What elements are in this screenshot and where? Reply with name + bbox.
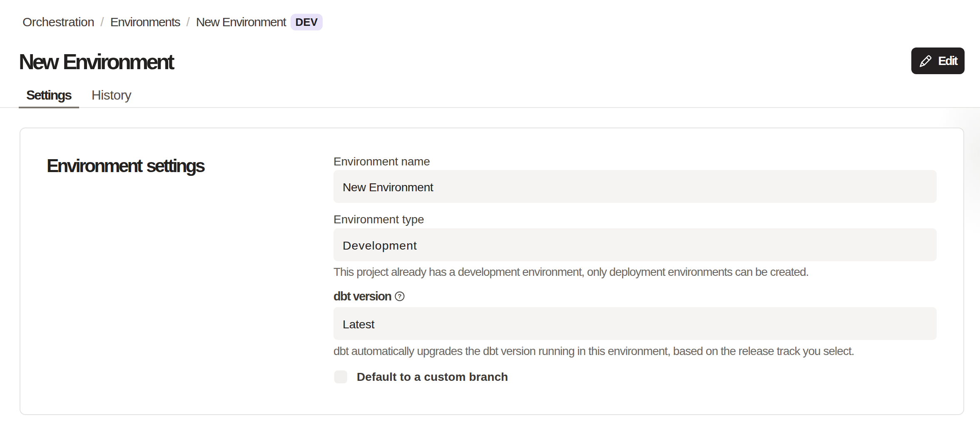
- svg-text:?: ?: [398, 292, 401, 300]
